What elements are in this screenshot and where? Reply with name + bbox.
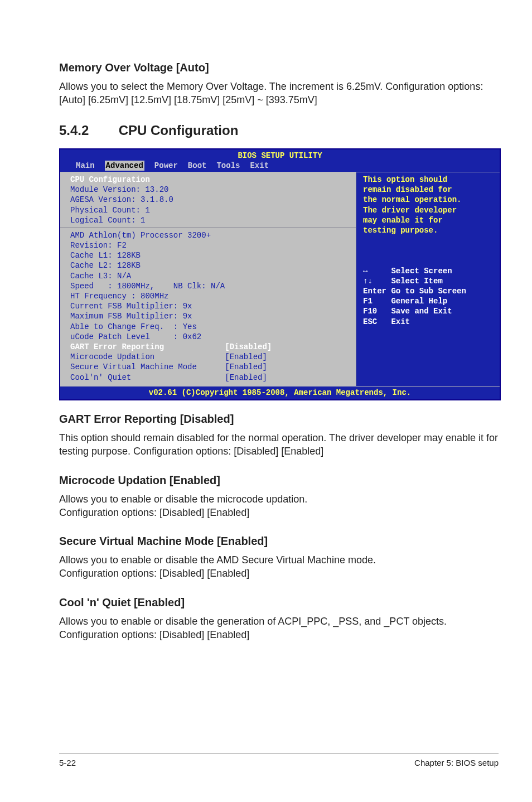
- para-microcode: Allows you to enable or disable the micr…: [59, 492, 499, 520]
- page-footer: 5-22 Chapter 5: BIOS setup: [59, 753, 499, 767]
- heading-mem-over-voltage: Memory Over Voltage [Auto]: [59, 61, 499, 74]
- cpu-config-info1: Module Version: 13.20 AGESA Version: 3.1…: [70, 185, 173, 225]
- bios-left-pane: CPU Configuration Module Version: 13.20 …: [60, 172, 356, 386]
- heading-5-4-2: 5.4.2 CPU Configuration: [59, 123, 499, 138]
- opt-svm-label: Secure Virtual Machine Mode: [70, 363, 197, 371]
- opt-microcode-label: Microcode Updation: [70, 352, 154, 361]
- cpu-config-info2: AMD Athlon(tm) Processor 3200+ Revision:…: [70, 231, 225, 341]
- heading-svm: Secure Virtual Machine Mode [Enabled]: [59, 535, 499, 548]
- heading-text: CPU Configuration: [119, 123, 239, 138]
- bios-right-pane: This option should remain disabled for t…: [356, 172, 500, 386]
- bios-help-text: This option should remain disabled for t…: [363, 175, 461, 235]
- para-svm: Allows you to enable or disable the AMD …: [59, 553, 499, 581]
- page-number: 5-22: [59, 758, 76, 767]
- bios-footer: v02.61 (C)Copyright 1985-2008, American …: [60, 386, 500, 399]
- tab-boot: Boot: [188, 161, 207, 171]
- para-coolnquiet: Allows you to enable or disable the gene…: [59, 615, 499, 642]
- bios-title: BIOS SETUP UTILITY: [60, 149, 500, 161]
- bios-key-legend: ↔ Select Screen ↑↓ Select Item Enter Go …: [363, 267, 466, 326]
- opt-coolnquiet-value: [Enabled]: [225, 373, 267, 382]
- para-mem-over-voltage: Allows you to select the Memory Over Vol…: [59, 80, 499, 107]
- tab-advanced: Advanced: [105, 161, 144, 171]
- cpu-config-header: CPU Configuration: [70, 175, 150, 184]
- tab-tools: Tools: [216, 161, 240, 171]
- opt-svm-value: [Enabled]: [225, 363, 267, 371]
- tab-exit: Exit: [250, 161, 269, 171]
- tab-power: Power: [154, 161, 178, 171]
- opt-microcode-value: [Enabled]: [225, 352, 267, 361]
- bios-tabbar: Main Advanced Power Boot Tools Exit: [60, 161, 500, 172]
- tab-main: Main: [76, 161, 95, 171]
- opt-gart-label: GART Error Reporting: [70, 342, 164, 351]
- opt-gart-value: [Disabled]: [225, 342, 272, 351]
- heading-number: 5.4.2: [59, 123, 115, 138]
- chapter-label: Chapter 5: BIOS setup: [414, 758, 499, 767]
- bios-screenshot: BIOS SETUP UTILITY Main Advanced Power B…: [59, 148, 501, 400]
- opt-coolnquiet-label: Cool'n' Quiet: [70, 373, 131, 382]
- heading-coolnquiet: Cool 'n' Quiet [Enabled]: [59, 596, 499, 609]
- heading-gart: GART Error Reporting [Disabled]: [59, 413, 499, 426]
- para-gart: This option should remain disabled for t…: [59, 431, 499, 458]
- separator: [60, 228, 356, 228]
- heading-microcode: Microcode Updation [Enabled]: [59, 474, 499, 487]
